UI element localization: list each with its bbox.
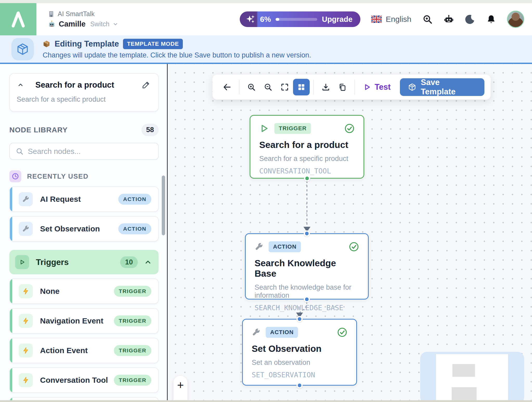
toolbar-divider bbox=[354, 80, 355, 95]
banner-text: Editing Template TEMPLATE MODE Changes w… bbox=[43, 39, 311, 59]
toolbar-divider bbox=[313, 80, 314, 95]
collapse-chevron-icon[interactable] bbox=[17, 81, 24, 89]
chevron-down-icon[interactable] bbox=[113, 21, 118, 27]
node-type-badge: ACTION bbox=[269, 241, 301, 252]
save-template-button[interactable]: Save Template bbox=[400, 78, 484, 96]
trigger-badge: TRIGGER bbox=[114, 375, 151, 386]
library-item-label: Set Observation bbox=[40, 224, 100, 233]
moon-icon[interactable] bbox=[465, 14, 475, 24]
canvas-zoom-controls: + − bbox=[173, 376, 187, 401]
language-label: English bbox=[386, 15, 411, 24]
save-template-label: Save Template bbox=[421, 78, 477, 96]
recently-used-heading: RECENTLY USED bbox=[27, 172, 88, 180]
triggers-section-label: Triggers bbox=[36, 257, 69, 267]
play-icon bbox=[363, 83, 371, 91]
package-emoji-icon bbox=[43, 40, 50, 48]
library-item-conversation-tool[interactable]: Conversation Tool TRIGGER bbox=[9, 367, 159, 393]
template-mode-badge: TEMPLATE MODE bbox=[123, 39, 183, 49]
library-item-none[interactable]: None TRIGGER bbox=[9, 278, 159, 304]
test-button[interactable]: Test bbox=[359, 82, 395, 92]
node-input-handle[interactable] bbox=[304, 230, 310, 237]
library-item-set-observation[interactable]: Set Observation ACTION bbox=[9, 216, 159, 242]
sidebar-scrollbar[interactable] bbox=[162, 176, 165, 235]
library-item-ai-request[interactable]: AI Request ACTION bbox=[9, 186, 159, 212]
flow-node-trigger[interactable]: TRIGGER Search for a product Search for … bbox=[250, 115, 364, 179]
toolbar-divider bbox=[239, 80, 239, 95]
library-item-label: Action Event bbox=[40, 346, 88, 355]
minimap-node bbox=[452, 364, 475, 377]
package-icon bbox=[16, 43, 29, 55]
triggers-section-header[interactable]: Triggers 10 bbox=[9, 250, 159, 274]
bell-icon[interactable] bbox=[486, 14, 496, 24]
wrench-icon bbox=[19, 222, 33, 236]
triggers-count-badge: 10 bbox=[120, 256, 138, 268]
copy-icon[interactable] bbox=[334, 79, 351, 95]
window-top-strip bbox=[0, 0, 532, 3]
template-mode-banner: Editing Template TEMPLATE MODE Changes w… bbox=[0, 35, 532, 64]
robot-icon[interactable] bbox=[444, 14, 454, 24]
user-avatar[interactable] bbox=[507, 11, 524, 28]
robot-avatar-icon bbox=[48, 20, 56, 28]
node-type-badge: TRIGGER bbox=[274, 123, 311, 134]
zoom-in-icon[interactable] bbox=[243, 79, 260, 95]
package-icon-box bbox=[11, 38, 34, 60]
wrench-icon bbox=[252, 328, 261, 337]
fit-view-icon[interactable] bbox=[276, 79, 293, 95]
window-bottom-strip bbox=[0, 400, 532, 402]
banner-description: Changes will update the template. Click … bbox=[43, 51, 311, 59]
app-logo[interactable] bbox=[0, 3, 36, 35]
library-item-label: None bbox=[40, 287, 60, 296]
grid-layout-icon bbox=[297, 83, 306, 92]
library-item-navigation-event[interactable]: Navigation Event TRIGGER bbox=[9, 308, 159, 334]
lightning-icon bbox=[19, 284, 33, 298]
node-code: SET_OBSERVATION bbox=[252, 371, 347, 379]
lightning-icon bbox=[19, 373, 33, 387]
node-search bbox=[9, 143, 159, 160]
node-library-count-badge: 58 bbox=[141, 124, 159, 136]
header-actions: 6% Upgrade English bbox=[240, 11, 532, 28]
agent-switch-link[interactable]: Switch bbox=[90, 20, 109, 28]
upgrade-button[interactable]: 6% Upgrade bbox=[240, 11, 360, 27]
usage-progress-fill bbox=[276, 18, 279, 21]
canvas-minimap[interactable] bbox=[420, 352, 524, 401]
trigger-badge: TRIGGER bbox=[114, 286, 151, 297]
node-description: Search for a specific product bbox=[259, 155, 355, 163]
sparkles-icon bbox=[245, 14, 255, 24]
edit-pencil-icon[interactable] bbox=[141, 81, 150, 89]
node-library-heading: NODE LIBRARY bbox=[9, 126, 68, 134]
lightning-icon bbox=[19, 343, 33, 358]
flow-node-search-knowledge-base[interactable]: ACTION Search Knowledge Base Search the … bbox=[245, 233, 369, 300]
zoom-out-icon[interactable] bbox=[260, 79, 276, 95]
node-type-badge: ACTION bbox=[266, 327, 298, 338]
node-code: CONVERSATION_TOOL bbox=[259, 167, 355, 175]
library-item-label: AI Request bbox=[40, 195, 81, 204]
node-title: Search Knowledge Base bbox=[255, 258, 359, 279]
uk-flag-icon bbox=[371, 16, 382, 23]
library-item-action-event[interactable]: Action Event TRIGGER bbox=[9, 338, 159, 363]
play-icon-box bbox=[15, 255, 29, 269]
node-description: Set an observation bbox=[252, 359, 347, 367]
flow-canvas[interactable]: Test Save Template TRIGGER Search for a … bbox=[168, 64, 532, 401]
node-input-handle[interactable] bbox=[296, 316, 303, 322]
search-nodes-input[interactable] bbox=[28, 147, 152, 156]
node-output-handle[interactable] bbox=[296, 382, 303, 388]
node-output-handle[interactable] bbox=[304, 175, 310, 181]
download-icon[interactable] bbox=[317, 79, 334, 95]
org-name-row: AI SmartTalk bbox=[48, 10, 118, 18]
lightning-icon bbox=[19, 314, 33, 328]
language-selector[interactable]: English bbox=[371, 15, 411, 24]
building-icon bbox=[48, 11, 55, 17]
back-arrow-icon[interactable] bbox=[219, 79, 235, 95]
agent-row: Camille Switch bbox=[48, 20, 118, 28]
check-circle-icon bbox=[344, 123, 355, 134]
library-item-label: Conversation Tool bbox=[40, 376, 108, 385]
chevron-up-icon bbox=[144, 258, 152, 266]
grid-layout-button[interactable] bbox=[293, 79, 310, 95]
workspace-titles: AI SmartTalk Camille Switch bbox=[48, 10, 118, 28]
zoom-in-button[interactable]: + bbox=[177, 379, 184, 391]
app-header: AI SmartTalk Camille Switch 6% Upgrade E… bbox=[0, 3, 532, 35]
node-output-handle[interactable] bbox=[304, 296, 310, 302]
flow-node-set-observation[interactable]: ACTION Set Observation Set an observatio… bbox=[242, 319, 357, 386]
zoom-search-icon[interactable] bbox=[422, 14, 433, 24]
node-title: Search for a product bbox=[259, 140, 355, 150]
